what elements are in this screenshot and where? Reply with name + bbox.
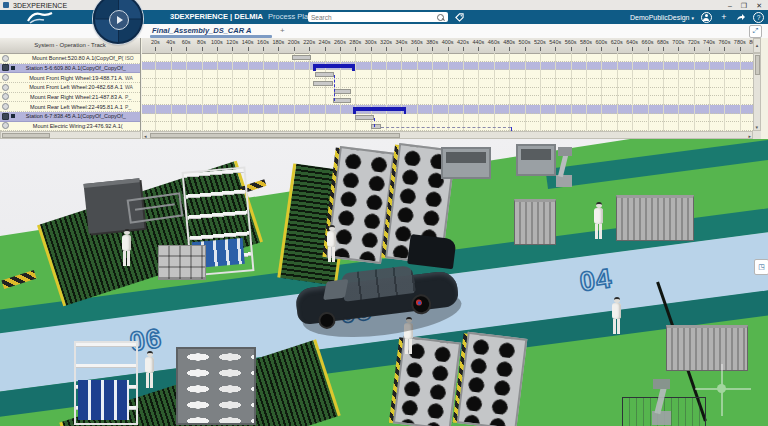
viewport-side-button[interactable]: ◳ (754, 259, 768, 275)
timeline-zoom-button[interactable]: ▴ (753, 38, 761, 53)
share-icon[interactable] (736, 12, 746, 22)
grid-line (202, 53, 203, 131)
worker-mannequin[interactable] (120, 229, 133, 266)
search-input[interactable] (308, 13, 437, 22)
3d-manipulator-widget[interactable] (695, 364, 751, 416)
new-tab-button[interactable]: + (280, 26, 285, 35)
row-track-badge: P_ (123, 104, 140, 110)
station-04-label: 04 (578, 263, 614, 298)
timeline-tick-mark (263, 47, 264, 51)
add-content-button[interactable]: + (719, 12, 729, 22)
timeline-tick-mark (432, 47, 433, 51)
grid-line (648, 53, 649, 131)
grid-line (155, 53, 156, 131)
row-label: Mount Rear Left Wheel:22-495.81 A.1 (30, 104, 123, 110)
gantt-tree-row[interactable]: Station 6-7:838.45 A.1(CopyOf_CopyOf_ (0, 112, 140, 122)
3ds-logo[interactable] (26, 11, 54, 24)
scroll-thumb[interactable] (150, 133, 400, 138)
gantt-timeline-rows[interactable] (142, 53, 753, 131)
tree-horizontal-scrollbar[interactable] (0, 131, 141, 139)
car-open-hood[interactable] (407, 234, 456, 269)
compass-play-button[interactable] (109, 10, 129, 30)
maximize-button[interactable]: ❐ (741, 1, 747, 10)
gantt-tree-row[interactable]: Mount Rear Left Wheel:22-495.81 A.1P_ (0, 102, 140, 112)
lift-assist-robot[interactable] (548, 147, 580, 187)
gantt-tree-row[interactable]: Mount Bonnet:520.80 A.1(CopyOf_P(ISO (0, 54, 140, 64)
user-profile-icon[interactable] (701, 12, 712, 23)
timeline-tick-mark (248, 47, 249, 51)
gantt-task-bar[interactable] (313, 81, 333, 86)
brand-app: DELMIA (234, 12, 263, 21)
gantt-summary-bar[interactable] (353, 107, 406, 111)
tire-rack[interactable] (457, 332, 528, 426)
gantt-task-bar[interactable] (355, 115, 374, 120)
timeline-horizontal-scrollbar[interactable]: ◂ ▸ (142, 131, 753, 139)
kitting-rack[interactable] (74, 341, 138, 425)
gantt-summary-bar[interactable] (313, 64, 355, 68)
operation-icon (2, 74, 9, 81)
grid-line (709, 53, 710, 131)
timeline-tick-mark (355, 47, 356, 51)
tab-final-assembly[interactable]: Final_Assembly_DS_CAR A (152, 26, 251, 35)
grid-line (186, 53, 187, 131)
worker-mannequin[interactable] (143, 351, 156, 388)
tag-icon[interactable] (455, 13, 464, 22)
grid-line (540, 53, 541, 131)
gantt-tree-row[interactable]: Mount Rear Right Wheel:21-487.83 A.P_ (0, 93, 140, 103)
timeline-tick-mark (309, 47, 310, 51)
timeline-tick-mark (509, 47, 510, 51)
bumper-rack[interactable] (176, 347, 256, 425)
minimize-button[interactable]: – (728, 1, 732, 10)
grid-line (263, 53, 264, 131)
grid-line (417, 53, 418, 131)
search-icon[interactable] (437, 14, 444, 21)
gantt-task-bar[interactable] (334, 89, 351, 94)
timeline-tick-mark (709, 47, 710, 51)
gantt-timeline-header: 20s40s60s80s100s120s140s160s180s200s220s… (142, 38, 753, 54)
parts-container[interactable] (514, 199, 556, 245)
gray-bin[interactable] (441, 147, 491, 179)
search-box[interactable] (308, 12, 448, 22)
timeline-vertical-scrollbar[interactable]: ▾ (753, 53, 761, 131)
operation-icon (2, 93, 9, 100)
workspace-dropdown[interactable]: DemoPublicDesign (630, 14, 694, 21)
grid-line (278, 53, 279, 131)
gantt-tree-row[interactable]: Mount Front Left Wheel:20-482.68 A.1WA (0, 83, 140, 93)
timeline-tick-mark (540, 47, 541, 51)
play-icon (117, 16, 123, 24)
help-icon[interactable]: ? (753, 12, 764, 23)
timeline-tick-mark (463, 47, 464, 51)
scroll-thumb[interactable] (2, 133, 50, 138)
grid-line (463, 53, 464, 131)
timeline-tick-mark (601, 47, 602, 51)
scroll-thumb[interactable] (755, 55, 760, 75)
worker-mannequin[interactable] (610, 297, 623, 334)
timeline-tick-mark (678, 47, 679, 51)
gantt-tree-row[interactable]: Mount Electric Wiring:23-476.92 A.1( (0, 122, 140, 131)
timeline-tick-mark (448, 47, 449, 51)
timeline-tick-mark (478, 47, 479, 51)
scroll-down-arrow[interactable]: ▾ (756, 124, 759, 130)
brand-platform: 3DEXPERIENCE (170, 12, 228, 21)
gantt-tree-row[interactable]: Mount Front Right Wheel:19-488.71 A.WA (0, 73, 140, 83)
worker-mannequin[interactable] (592, 202, 605, 239)
box-stack[interactable] (158, 245, 206, 280)
car-body-3d[interactable] (291, 237, 474, 357)
gantt-task-bar[interactable] (315, 72, 334, 77)
timeline-tick-mark (386, 47, 387, 51)
row-label: Station 6-7:838.45 A.1(CopyOf_CopyOf_ (26, 114, 126, 120)
timeline-tick-mark (555, 47, 556, 51)
3d-viewport[interactable]: 06 05 04 (0, 139, 768, 426)
gantt-task-bar[interactable] (333, 98, 351, 103)
row-track-badge: WA (123, 75, 140, 81)
parts-container[interactable] (616, 195, 694, 241)
row-track-badge: WA (123, 84, 140, 90)
robot-head (653, 379, 670, 389)
gantt-task-bar[interactable] (292, 55, 310, 60)
grid-line (494, 53, 495, 131)
row-type-icon (11, 114, 15, 118)
expand-panel-icon[interactable]: ⤢ (749, 25, 762, 38)
industrial-robot[interactable] (642, 379, 680, 425)
gantt-tree-row[interactable]: Station 5-6:609.80 A.1(CopyOf_CopyOf_ (0, 64, 140, 74)
close-button[interactable]: ✕ (756, 1, 762, 10)
